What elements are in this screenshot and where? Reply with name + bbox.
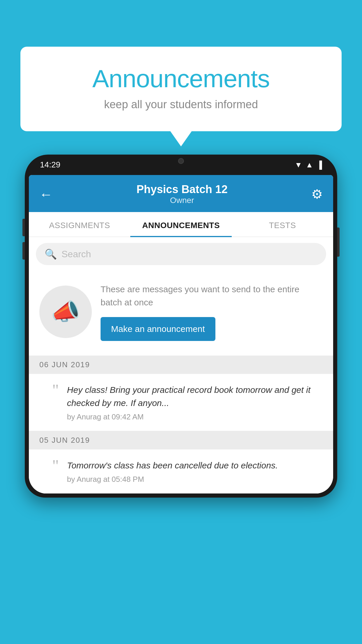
make-announcement-button[interactable]: Make an announcement: [101, 317, 215, 341]
phone-notch: [164, 155, 198, 167]
wifi-icon: ▼: [295, 160, 302, 169]
signal-icon: ▲: [306, 160, 313, 169]
announcement-text-1: Hey class! Bring your practical record b…: [67, 383, 323, 421]
search-icon: 🔍: [45, 248, 57, 260]
power-button: [337, 228, 340, 257]
announcement-text-2: Tomorrow's class has been cancelled due …: [67, 459, 323, 484]
screen-content: 🔍 Search 📣 These are messages you want t…: [29, 237, 333, 494]
app-bar-title: Physics Batch 12: [136, 183, 228, 196]
phone-frame: 14:29 ▼ ▲ ▐ ← Physics Batch 12 Owner ⚙: [25, 155, 337, 644]
tab-announcements[interactable]: ANNOUNCEMENTS: [130, 212, 232, 237]
app-bar: ← Physics Batch 12 Owner ⚙: [29, 175, 333, 212]
promo-description: These are messages you want to send to t…: [101, 283, 323, 309]
settings-icon[interactable]: ⚙: [311, 187, 323, 202]
promo-card: 📣 These are messages you want to send to…: [29, 271, 333, 356]
tabs-container: ASSIGNMENTS ANNOUNCEMENTS TESTS: [29, 212, 333, 237]
bubble-subtitle: keep all your students informed: [44, 98, 318, 111]
volume-up-button: [22, 219, 25, 236]
megaphone-icon: 📣: [51, 298, 80, 326]
announcement-item-1: " Hey class! Bring your practical record…: [29, 374, 333, 431]
announcement-meta-1: by Anurag at 09:42 AM: [67, 412, 323, 421]
quote-mark-2: ": [52, 458, 59, 484]
status-time: 14:29: [40, 160, 60, 169]
bubble-title: Announcements: [44, 64, 318, 93]
volume-down-button: [22, 242, 25, 260]
front-camera: [178, 158, 184, 164]
battery-icon: ▐: [317, 160, 322, 169]
status-bar: 14:29 ▼ ▲ ▐: [29, 155, 333, 175]
promo-icon-circle: 📣: [39, 286, 92, 338]
back-button[interactable]: ←: [39, 186, 53, 202]
app-bar-title-section: Physics Batch 12 Owner: [136, 183, 228, 205]
status-icons: ▼ ▲ ▐: [295, 160, 322, 169]
announcement-meta-2: by Anurag at 05:48 PM: [67, 475, 323, 484]
phone-body: 14:29 ▼ ▲ ▐ ← Physics Batch 12 Owner ⚙: [25, 155, 337, 498]
announcement-message-1: Hey class! Bring your practical record b…: [67, 383, 323, 410]
tab-tests[interactable]: TESTS: [232, 212, 333, 237]
speech-bubble-section: Announcements keep all your students inf…: [20, 47, 342, 131]
date-divider-2: 05 JUN 2019: [29, 431, 333, 449]
search-bar[interactable]: 🔍 Search: [36, 243, 326, 265]
app-bar-subtitle: Owner: [136, 196, 228, 205]
speech-bubble: Announcements keep all your students inf…: [20, 47, 342, 131]
promo-right: These are messages you want to send to t…: [101, 283, 323, 341]
search-input[interactable]: Search: [61, 249, 91, 260]
date-divider-1: 06 JUN 2019: [29, 356, 333, 374]
announcement-message-2: Tomorrow's class has been cancelled due …: [67, 459, 323, 472]
quote-mark-1: ": [52, 382, 59, 421]
search-container: 🔍 Search: [29, 237, 333, 271]
phone-screen: ← Physics Batch 12 Owner ⚙ ASSIGNMENTS A…: [29, 175, 333, 494]
announcement-item-2: " Tomorrow's class has been cancelled du…: [29, 449, 333, 494]
tab-assignments[interactable]: ASSIGNMENTS: [29, 212, 130, 237]
